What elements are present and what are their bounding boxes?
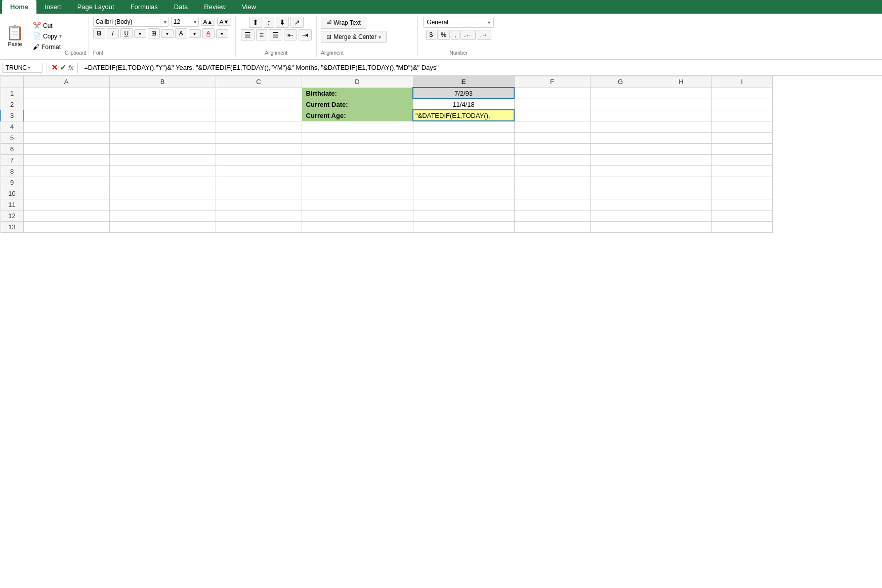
cell-b13[interactable] xyxy=(109,221,216,232)
cell-f4[interactable] xyxy=(514,121,590,132)
row-header-12[interactable]: 12 xyxy=(1,210,23,221)
cell-a8[interactable] xyxy=(23,165,109,177)
cell-b8[interactable] xyxy=(109,165,216,177)
cell-a1[interactable] xyxy=(23,88,109,99)
wrap-text-button[interactable]: ⏎ Wrap Text xyxy=(321,17,366,29)
cell-a13[interactable] xyxy=(23,221,109,232)
formula-input[interactable] xyxy=(82,63,880,72)
cell-h11[interactable] xyxy=(651,199,711,210)
underline-button[interactable]: U xyxy=(120,28,133,38)
row-header-4[interactable]: 4 xyxy=(1,121,23,132)
tab-insert[interactable]: Insert xyxy=(36,0,69,14)
percent-button[interactable]: % xyxy=(437,30,450,40)
cell-a9[interactable] xyxy=(23,177,109,188)
name-box[interactable]: TRUNC ▾ xyxy=(2,63,43,73)
cell-i1[interactable] xyxy=(711,88,772,99)
col-header-f[interactable]: F xyxy=(514,76,590,88)
cell-g11[interactable] xyxy=(590,199,651,210)
cell-e6[interactable] xyxy=(413,143,514,154)
tab-page-layout[interactable]: Page Layout xyxy=(69,0,122,14)
cell-e12[interactable] xyxy=(413,210,514,221)
fill-dropdown[interactable]: ▾ xyxy=(189,29,201,38)
cell-d3[interactable]: Current Age: xyxy=(302,110,413,121)
cell-i9[interactable] xyxy=(711,177,772,188)
align-center-button[interactable]: ≡ xyxy=(256,29,267,40)
cell-d12[interactable] xyxy=(302,210,413,221)
row-header-11[interactable]: 11 xyxy=(1,199,23,210)
cell-h13[interactable] xyxy=(651,221,711,232)
cell-i10[interactable] xyxy=(711,188,772,199)
cell-b10[interactable] xyxy=(109,188,216,199)
cell-a6[interactable] xyxy=(23,143,109,154)
decrease-indent-button[interactable]: ⇤ xyxy=(284,29,297,40)
cell-h10[interactable] xyxy=(651,188,711,199)
cell-a2[interactable] xyxy=(23,99,109,110)
cell-h5[interactable] xyxy=(651,132,711,143)
row-header-1[interactable]: 1 xyxy=(1,88,23,99)
cell-a3[interactable] xyxy=(23,110,109,121)
underline-dropdown[interactable]: ▾ xyxy=(134,29,146,38)
increase-indent-button[interactable]: ⇥ xyxy=(299,29,312,40)
align-left-button[interactable]: ☰ xyxy=(241,29,255,40)
cell-b5[interactable] xyxy=(109,132,216,143)
cell-h9[interactable] xyxy=(651,177,711,188)
cell-a5[interactable] xyxy=(23,132,109,143)
cell-c10[interactable] xyxy=(216,188,302,199)
cell-c12[interactable] xyxy=(216,210,302,221)
cell-e5[interactable] xyxy=(413,132,514,143)
cell-d10[interactable] xyxy=(302,188,413,199)
cell-f11[interactable] xyxy=(514,199,590,210)
cell-e1[interactable]: 7/2/93 xyxy=(413,88,514,99)
cell-h4[interactable] xyxy=(651,121,711,132)
cell-i12[interactable] xyxy=(711,210,772,221)
cell-d13[interactable] xyxy=(302,221,413,232)
currency-button[interactable]: $ xyxy=(426,30,437,40)
font-name-select[interactable]: Calibri (Body) ▾ xyxy=(93,17,169,27)
cell-d8[interactable] xyxy=(302,165,413,177)
cell-e4[interactable] xyxy=(413,121,514,132)
number-format-select[interactable]: General ▾ xyxy=(423,17,494,28)
cell-c7[interactable] xyxy=(216,154,302,165)
cell-c2[interactable] xyxy=(216,99,302,110)
align-top-button[interactable]: ⬆ xyxy=(249,17,262,28)
cell-a4[interactable] xyxy=(23,121,109,132)
cell-i6[interactable] xyxy=(711,143,772,154)
cell-d9[interactable] xyxy=(302,177,413,188)
cell-f3[interactable] xyxy=(514,110,590,121)
cell-i8[interactable] xyxy=(711,165,772,177)
cell-b12[interactable] xyxy=(109,210,216,221)
cell-f8[interactable] xyxy=(514,165,590,177)
cell-b3[interactable] xyxy=(109,110,216,121)
cell-c9[interactable] xyxy=(216,177,302,188)
cut-button[interactable]: ✂️ Cut xyxy=(30,21,65,30)
row-header-10[interactable]: 10 xyxy=(1,188,23,199)
cell-a10[interactable] xyxy=(23,188,109,199)
cell-e7[interactable] xyxy=(413,154,514,165)
cell-a11[interactable] xyxy=(23,199,109,210)
cell-f9[interactable] xyxy=(514,177,590,188)
cell-c3[interactable] xyxy=(216,110,302,121)
font-color-button[interactable]: A xyxy=(202,28,215,38)
col-header-g[interactable]: G xyxy=(590,76,651,88)
align-middle-button[interactable]: ↕ xyxy=(264,17,274,28)
cell-b6[interactable] xyxy=(109,143,216,154)
align-bottom-button[interactable]: ⬇ xyxy=(276,17,289,28)
col-header-e[interactable]: E xyxy=(413,76,514,88)
cell-e2[interactable]: 11/4/18 xyxy=(413,99,514,110)
col-header-c[interactable]: C xyxy=(216,76,302,88)
border-dropdown[interactable]: ▾ xyxy=(161,29,174,38)
cell-b11[interactable] xyxy=(109,199,216,210)
cell-b1[interactable] xyxy=(109,88,216,99)
col-header-h[interactable]: H xyxy=(651,76,711,88)
cell-e10[interactable] xyxy=(413,188,514,199)
cell-f6[interactable] xyxy=(514,143,590,154)
cell-g8[interactable] xyxy=(590,165,651,177)
cell-g6[interactable] xyxy=(590,143,651,154)
tab-view[interactable]: View xyxy=(234,0,264,14)
border-button[interactable]: ⊞ xyxy=(148,28,160,38)
font-size-decrease[interactable]: A▼ xyxy=(217,18,231,26)
cell-g13[interactable] xyxy=(590,221,651,232)
cell-i2[interactable] xyxy=(711,99,772,110)
paste-button[interactable]: 📋 Paste xyxy=(2,17,28,56)
col-header-d[interactable]: D xyxy=(302,76,413,88)
